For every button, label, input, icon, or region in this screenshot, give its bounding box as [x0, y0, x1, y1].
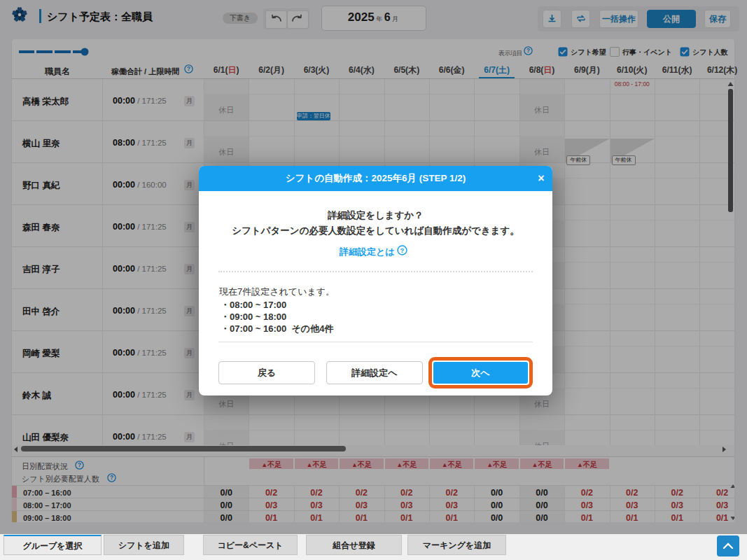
svg-text:?: ? — [400, 246, 405, 254]
